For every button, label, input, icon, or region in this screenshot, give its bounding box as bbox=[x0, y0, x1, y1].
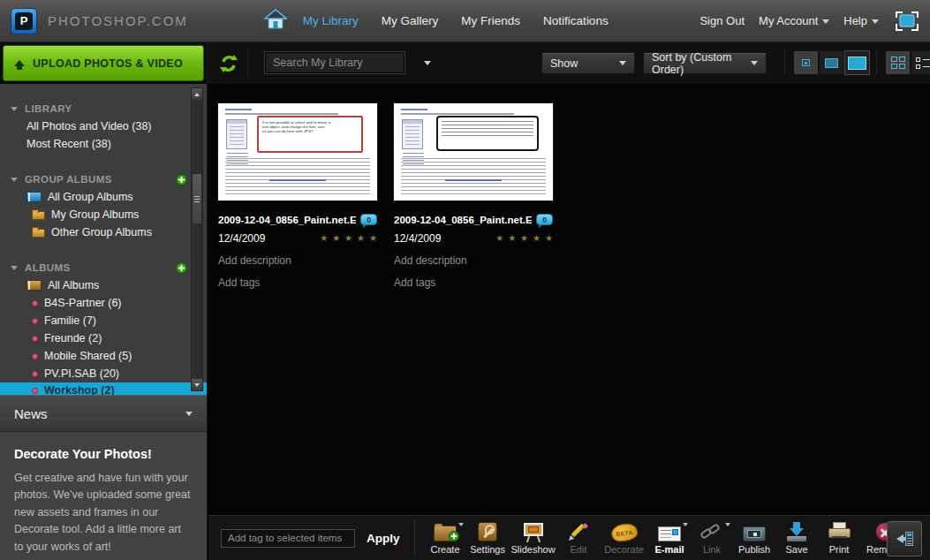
scroll-up-button[interactable] bbox=[192, 88, 202, 100]
home-icon[interactable] bbox=[264, 9, 287, 33]
printer-icon bbox=[828, 522, 851, 541]
star-icon[interactable]: ★ bbox=[508, 234, 516, 243]
news-panel: Decorate Your Photos! Get creative and h… bbox=[0, 433, 207, 560]
star-icon[interactable]: ★ bbox=[545, 234, 553, 243]
comment-bubble-icon[interactable]: 0 bbox=[360, 214, 377, 225]
thumb-size-small-button[interactable] bbox=[793, 50, 819, 75]
sidebar-item-label: Freunde (2) bbox=[44, 332, 102, 344]
scrollbar-thumb[interactable] bbox=[192, 173, 202, 224]
sidebar-item-workshop[interactable]: Workshop (2) bbox=[0, 382, 207, 395]
sort-dropdown[interactable]: Sort by (Custom Order) bbox=[643, 52, 767, 74]
sidebar-item-familie[interactable]: Familie (7) bbox=[0, 312, 207, 329]
show-dropdown[interactable]: Show bbox=[541, 52, 635, 74]
add-album-button[interactable] bbox=[176, 262, 187, 274]
comment-bubble-icon[interactable]: 0 bbox=[536, 214, 553, 225]
sidebar-item-label: PV.PI.SAB (20) bbox=[44, 367, 119, 380]
nav-notifications[interactable]: Notifications bbox=[543, 14, 609, 27]
small-size-icon bbox=[802, 59, 810, 66]
panel-toggle-button[interactable] bbox=[887, 521, 922, 556]
sidebar-item-b4s-partner[interactable]: B4S-Partner (6) bbox=[0, 294, 207, 312]
fullscreen-button[interactable] bbox=[895, 11, 919, 32]
sidebar-item-my-group-albums[interactable]: My Group Albums bbox=[0, 206, 207, 223]
photoshop-logo-icon[interactable]: P bbox=[11, 8, 37, 34]
sidebar-item-label: All Albums bbox=[48, 279, 99, 291]
create-button[interactable]: Create bbox=[426, 518, 465, 558]
sidebar-item-all-photos[interactable]: All Photos and Video (38) bbox=[0, 117, 207, 135]
refresh-icon bbox=[219, 54, 238, 73]
photo-filename[interactable]: 2009-12-04_0856_Paint.net.Ed... bbox=[218, 215, 356, 225]
scroll-down-button[interactable] bbox=[192, 379, 202, 390]
photoshop-com-app: P PHOTOSHOP.COM My Library My Gallery My… bbox=[0, 0, 930, 560]
sidebar-section-albums[interactable]: ALBUMS bbox=[0, 259, 207, 276]
sidebar-item-all-group-albums[interactable]: All Group Albums bbox=[0, 188, 207, 206]
save-button[interactable]: Save bbox=[777, 518, 817, 558]
settings-button[interactable]: Settings bbox=[468, 518, 508, 558]
news-header[interactable]: News bbox=[0, 395, 207, 432]
add-description-link[interactable]: Add description bbox=[394, 254, 553, 267]
add-description-link[interactable]: Add description bbox=[218, 254, 377, 267]
search-options-dropdown[interactable] bbox=[413, 52, 436, 73]
sidebar-section-group-albums[interactable]: GROUP ALBUMS bbox=[0, 170, 207, 188]
publish-button[interactable]: Publish bbox=[735, 518, 775, 558]
collapse-triangle-icon[interactable] bbox=[11, 107, 18, 111]
sort-label: Sort by (Custom Order) bbox=[652, 51, 746, 76]
large-size-icon bbox=[848, 57, 866, 70]
sidebar-scrollbar[interactable] bbox=[191, 87, 203, 391]
sidebar-item-other-group-albums[interactable]: Other Group Albums bbox=[0, 223, 207, 241]
my-account-menu[interactable]: My Account bbox=[759, 14, 829, 27]
star-icon[interactable]: ★ bbox=[357, 234, 365, 243]
nav-my-gallery[interactable]: My Gallery bbox=[382, 14, 439, 27]
photo-card: 2009-12-04_0856_Paint.net.Ed... 0 12/4/2… bbox=[394, 103, 553, 289]
sidebar-item-all-albums[interactable]: All Albums bbox=[0, 276, 207, 294]
edit-button[interactable]: Edit bbox=[559, 518, 599, 558]
chevron-down-icon bbox=[424, 61, 431, 65]
star-icon[interactable]: ★ bbox=[320, 234, 328, 243]
link-button[interactable]: Link bbox=[692, 518, 732, 558]
sidebar-item-mobile-shared[interactable]: Mobile Shared (5) bbox=[0, 347, 207, 365]
apply-button[interactable]: Apply bbox=[367, 532, 400, 545]
speech-bubble-callout bbox=[436, 116, 539, 151]
photo-filename[interactable]: 2009-12-04_0856_Paint.net.Ed... bbox=[394, 215, 532, 225]
refresh-button[interactable] bbox=[218, 49, 248, 78]
nav-my-library[interactable]: My Library bbox=[303, 14, 359, 27]
print-button[interactable]: Print bbox=[820, 518, 859, 558]
add-tags-link[interactable]: Add tags bbox=[394, 276, 553, 289]
thumb-size-medium-button[interactable] bbox=[819, 50, 844, 75]
grid-view-button[interactable] bbox=[885, 50, 911, 75]
thumb-size-large-button[interactable] bbox=[844, 50, 870, 75]
star-icon[interactable]: ★ bbox=[344, 234, 352, 243]
star-icon[interactable]: ★ bbox=[495, 234, 503, 243]
star-icon[interactable]: ★ bbox=[533, 234, 541, 243]
help-menu[interactable]: Help bbox=[843, 14, 879, 27]
upload-photos-button[interactable]: UPLOAD PHOTOS & VIDEO bbox=[0, 42, 208, 84]
star-icon[interactable]: ★ bbox=[332, 234, 340, 243]
photo-thumbnail[interactable]: It is not possible to select and to move… bbox=[218, 103, 377, 201]
sidebar-item-freunde[interactable]: Freunde (2) bbox=[0, 329, 207, 347]
email-button[interactable]: E-mail bbox=[650, 518, 690, 558]
news-title: News bbox=[14, 406, 48, 421]
sidebar-section-library[interactable]: LIBRARY bbox=[0, 100, 207, 117]
publish-screen-icon bbox=[743, 526, 766, 541]
collapse-triangle-icon[interactable] bbox=[11, 178, 18, 182]
album-dot-icon bbox=[32, 300, 38, 306]
tool-strip: Create Settings Slideshow Edit BETA Deco… bbox=[426, 518, 908, 558]
add-tag-input[interactable] bbox=[221, 529, 355, 548]
nav-my-friends[interactable]: My Friends bbox=[461, 14, 520, 27]
star-icon[interactable]: ★ bbox=[369, 234, 377, 243]
slideshow-button[interactable]: Slideshow bbox=[510, 518, 556, 558]
add-tags-link[interactable]: Add tags bbox=[218, 276, 377, 289]
top-right-menu: Sign Out My Account Help bbox=[699, 11, 919, 32]
section-title: ALBUMS bbox=[25, 262, 71, 273]
photo-thumbnail[interactable] bbox=[394, 103, 553, 201]
list-view-button[interactable] bbox=[911, 50, 930, 75]
sidebar-item-label: Workshop (2) bbox=[44, 384, 115, 395]
decorate-button[interactable]: BETA Decorate bbox=[601, 518, 647, 558]
sidebar-item-pv-pi-sab[interactable]: PV.PI.SAB (20) bbox=[0, 365, 207, 382]
sign-out-link[interactable]: Sign Out bbox=[699, 14, 745, 27]
star-icon[interactable]: ★ bbox=[520, 234, 528, 243]
collapse-triangle-icon[interactable] bbox=[11, 266, 18, 270]
photo-grid: It is not possible to select and to move… bbox=[208, 84, 930, 515]
search-input[interactable] bbox=[265, 52, 405, 73]
sidebar-item-most-recent[interactable]: Most Recent (38) bbox=[0, 135, 207, 153]
add-group-album-button[interactable] bbox=[176, 174, 187, 185]
